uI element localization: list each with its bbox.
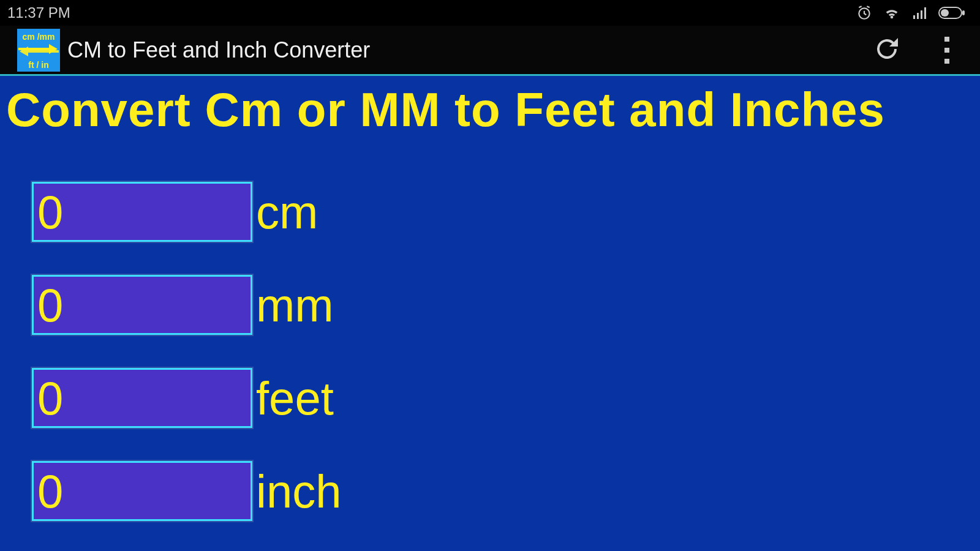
signal-icon — [911, 6, 927, 20]
app-icon: cm /mm ft / in — [17, 29, 60, 72]
refresh-button[interactable] — [872, 34, 902, 66]
alarm-icon — [856, 5, 872, 21]
svg-rect-6 — [962, 10, 965, 15]
overflow-menu-button[interactable] — [944, 37, 949, 64]
app-icon-bottom-label: ft / in — [28, 61, 48, 69]
inch-label: inch — [256, 465, 341, 518]
svg-rect-7 — [941, 9, 949, 17]
page-heading: Convert Cm or MM to Feet and Inches — [0, 76, 980, 138]
status-bar: 11:37 PM — [0, 0, 980, 26]
swap-arrows-icon — [18, 42, 59, 58]
mm-label: mm — [256, 279, 334, 332]
svg-rect-4 — [924, 7, 926, 19]
app-icon-top-label: cm /mm — [23, 32, 55, 41]
row-mm: mm — [32, 275, 962, 335]
svg-rect-2 — [917, 13, 919, 19]
app-title: CM to Feet and Inch Converter — [67, 37, 872, 63]
row-cm: cm — [32, 182, 962, 242]
cm-input[interactable] — [32, 182, 252, 242]
refresh-icon — [872, 34, 902, 64]
wifi-icon — [883, 6, 900, 20]
status-time: 11:37 PM — [7, 4, 70, 21]
status-icons — [856, 5, 965, 21]
feet-input[interactable] — [32, 368, 252, 428]
inch-input[interactable] — [32, 461, 252, 521]
overflow-menu-icon — [944, 37, 949, 42]
action-bar: cm /mm ft / in CM to Feet and Inch Conve… — [0, 26, 980, 76]
svg-rect-1 — [913, 15, 915, 19]
converter-form: cm mm feet inch — [0, 138, 980, 521]
row-feet: feet — [32, 368, 962, 428]
feet-label: feet — [256, 372, 334, 425]
row-inch: inch — [32, 461, 962, 521]
svg-rect-3 — [921, 10, 922, 19]
mm-input[interactable] — [32, 275, 252, 335]
battery-icon — [938, 7, 965, 19]
cm-label: cm — [256, 186, 318, 239]
